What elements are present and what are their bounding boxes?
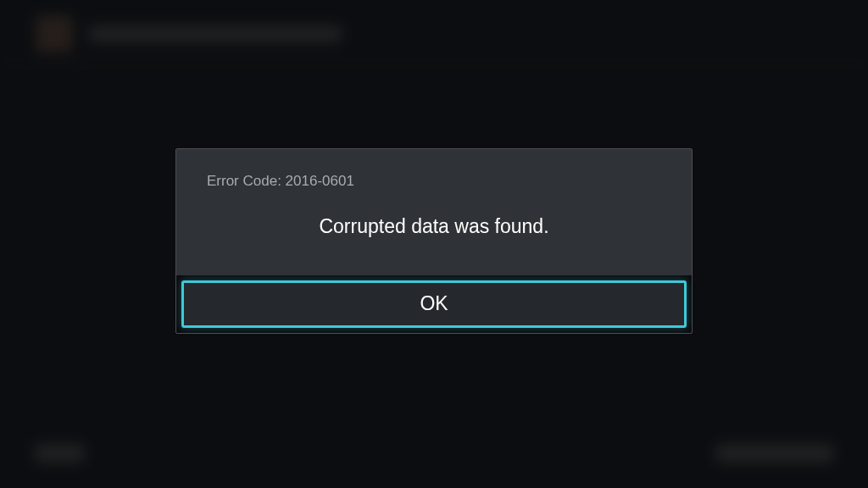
error-code-label: Error Code: 2016-0601 — [207, 173, 661, 190]
error-dialog: Error Code: 2016-0601 Corrupted data was… — [175, 148, 693, 334]
dialog-body: Error Code: 2016-0601 Corrupted data was… — [176, 149, 692, 275]
error-message: Corrupted data was found. — [207, 215, 661, 238]
modal-overlay: Error Code: 2016-0601 Corrupted data was… — [0, 0, 868, 488]
ok-button[interactable]: OK — [181, 280, 687, 328]
dialog-actions: OK — [176, 275, 692, 333]
